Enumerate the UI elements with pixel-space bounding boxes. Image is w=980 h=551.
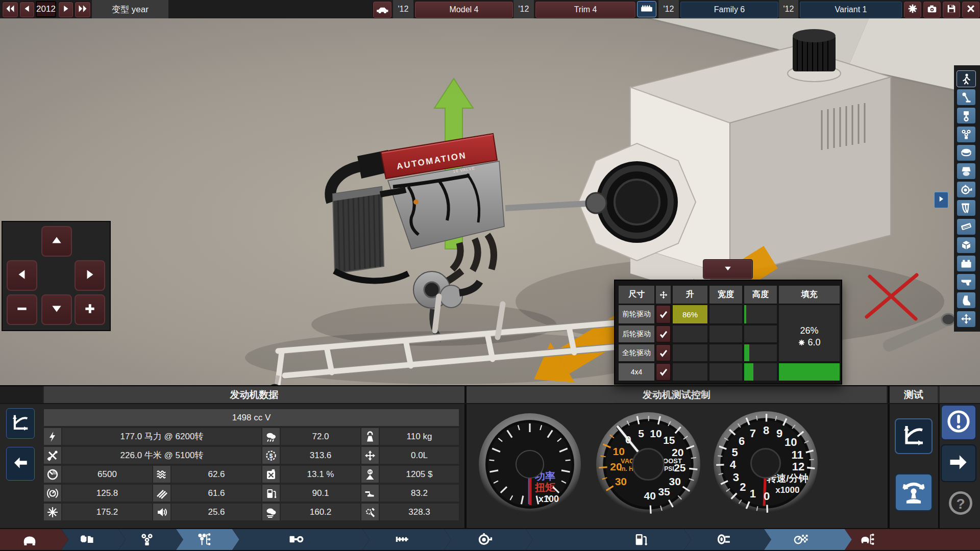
dyno-curve-button[interactable] <box>895 418 933 454</box>
svg-text:PSI: PSI <box>664 465 674 472</box>
chevron-right-icon <box>937 195 945 205</box>
popup-cell <box>709 325 742 342</box>
plus-icon <box>83 302 96 317</box>
tab-testing[interactable] <box>764 529 852 550</box>
year-forward-button[interactable] <box>58 2 74 18</box>
rewind-icon <box>5 4 15 16</box>
save-button[interactable] <box>942 1 961 18</box>
zoom-out-button[interactable] <box>7 294 37 325</box>
popup-checkbox-前轮驱动[interactable] <box>656 305 671 323</box>
screenshot-button[interactable] <box>923 1 941 18</box>
settings-button[interactable] <box>903 1 922 18</box>
speaker-icon <box>153 504 170 520</box>
tab-exhaust[interactable] <box>684 529 771 550</box>
gauge-flag-icon <box>794 532 809 549</box>
fixture-tool-turbo[interactable] <box>957 181 976 198</box>
year-value[interactable]: 2012 <box>36 1 56 17</box>
trim-name-button[interactable]: Trim 4 <box>535 1 636 18</box>
stat-value: 175.2 <box>62 504 152 520</box>
tab-aspiration[interactable] <box>444 529 533 550</box>
popup-checkbox-4x4[interactable] <box>656 363 671 381</box>
close-button[interactable] <box>962 1 980 18</box>
popup-header-2: 升 <box>673 286 707 304</box>
question-icon: ? <box>947 490 974 518</box>
toolbar-expander-button[interactable] <box>934 192 948 208</box>
fixture-tool-intake[interactable] <box>957 163 976 180</box>
svg-text:40: 40 <box>644 490 656 502</box>
popup-collapse-button[interactable] <box>703 259 753 279</box>
popup-checkbox-全轮驱动[interactable] <box>656 344 671 361</box>
year-back-button[interactable] <box>19 2 35 18</box>
fixture-tool-engine-pods[interactable] <box>957 126 976 143</box>
fixture-tool-battery[interactable] <box>957 255 976 272</box>
svg-text:0: 0 <box>625 434 631 445</box>
year-rewind-button[interactable] <box>2 2 18 18</box>
anvil-icon <box>361 485 379 502</box>
camera-down-button[interactable] <box>41 294 72 325</box>
design-steps-toolbar <box>0 528 980 551</box>
svg-text:15: 15 <box>663 434 675 446</box>
variant-name-button[interactable]: Variant 1 <box>799 1 902 18</box>
svg-text:$: $ <box>369 469 372 474</box>
popup-checkbox-后轮驱动[interactable] <box>656 325 671 342</box>
tab-engine-manager[interactable] <box>61 529 126 550</box>
stat-value: 177.0 马力 @ 6200转 <box>62 428 261 445</box>
fixture-tool-piston[interactable] <box>957 107 976 124</box>
fixture-tool-boot[interactable] <box>957 292 976 309</box>
tab-fuel-system[interactable] <box>526 529 691 550</box>
tab-engine-variant[interactable] <box>176 529 239 550</box>
step-forward-icon <box>61 4 70 15</box>
engine-mode-button[interactable] <box>637 1 656 17</box>
bottom-panel: 发动机数据 发动机测试控制 测试 1498 cc V177.0 马力 @ 620… <box>0 385 980 528</box>
camera-left-button[interactable] <box>7 260 37 291</box>
help-button[interactable]: ? <box>945 486 976 522</box>
svg-text:$: $ <box>270 452 273 459</box>
tab-top-end[interactable] <box>362 529 451 550</box>
fixture-tool-move[interactable] <box>957 311 976 328</box>
triangle-down-icon <box>723 263 733 276</box>
weight-icon <box>361 428 379 445</box>
camshaft-icon <box>395 532 410 549</box>
model-name-button[interactable]: Model 4 <box>414 1 513 18</box>
camera-up-button[interactable] <box>41 226 72 257</box>
car-model-button[interactable] <box>373 1 392 18</box>
tab-back-to-car[interactable] <box>845 529 980 550</box>
fixture-tool-intercooler[interactable] <box>957 218 976 235</box>
fixture-tool-aircleaner[interactable] <box>957 144 976 161</box>
move-cross-icon <box>656 286 671 304</box>
popup-cell: 86% <box>673 305 707 323</box>
zoom-in-button[interactable] <box>75 294 105 325</box>
stat-value: 13.1 % <box>281 466 360 483</box>
fuel-pump-icon <box>633 532 648 549</box>
family-name-button[interactable]: Family 6 <box>680 1 779 18</box>
svg-text:6: 6 <box>739 435 745 447</box>
fixture-tool-person-walk[interactable] <box>957 70 976 87</box>
exclamation-icon <box>946 409 971 436</box>
right-icon <box>83 268 96 283</box>
year-fastforward-button[interactable] <box>75 2 91 18</box>
tab-engine-family[interactable] <box>118 529 183 550</box>
fixture-tool-headers[interactable] <box>957 199 976 216</box>
svg-text:扭矩: 扭矩 <box>534 482 555 493</box>
svg-text:5: 5 <box>638 428 644 439</box>
close-icon <box>966 4 976 16</box>
fixture-tool-oilpan[interactable] <box>957 273 976 290</box>
svg-text:20: 20 <box>672 446 683 458</box>
stat-value: 25.6 <box>172 504 261 520</box>
fixture-tool-block[interactable] <box>957 237 976 254</box>
car-front-icon <box>22 532 37 549</box>
manual-control-button[interactable] <box>895 473 933 511</box>
test-controls-title: 发动机测试控制 <box>467 386 887 403</box>
alert-button[interactable] <box>941 405 976 440</box>
trim-year-badge: '12 <box>513 0 534 18</box>
popup-row-label: 前轮驱动 <box>619 305 654 323</box>
tab-car[interactable] <box>0 529 68 550</box>
next-button[interactable] <box>941 444 976 482</box>
camera-right-button[interactable] <box>75 260 105 291</box>
popup-row-label: 全轮驱动 <box>619 344 654 361</box>
automation-engine-test-screen: AUTOMATION 16 VALVE <box>0 0 980 551</box>
tab-bottom-end[interactable] <box>232 529 370 550</box>
svg-text:4: 4 <box>730 458 737 471</box>
fixture-tool-probe[interactable] <box>957 89 976 106</box>
fill-percent: 26% <box>800 325 818 336</box>
